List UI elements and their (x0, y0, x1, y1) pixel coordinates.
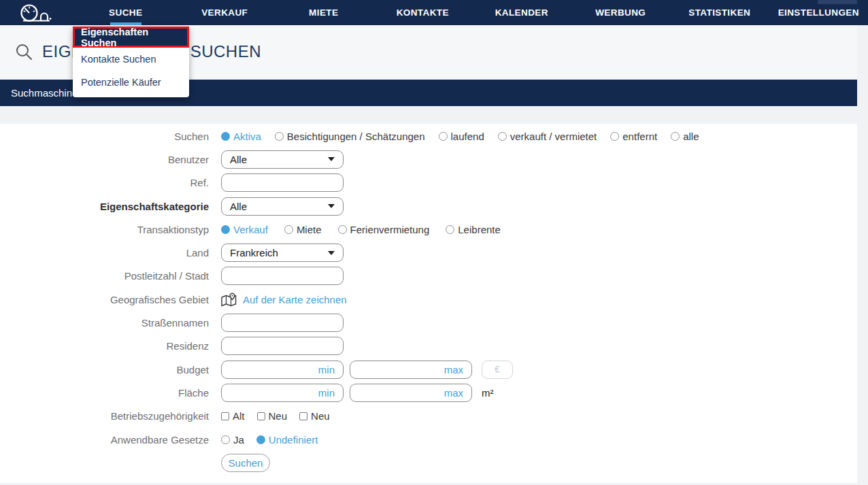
flaeche-max-input[interactable] (350, 384, 472, 402)
plz-label: Postleitzahl / Stadt (0, 270, 209, 282)
gesetze-label: Anwendbare Gesetze (0, 434, 209, 446)
radio-icon (221, 132, 230, 141)
nav-item-kalender[interactable]: KALENDER (472, 0, 571, 25)
menu-item-eigenschaften-suchen[interactable]: Eigenschaften Suchen (73, 27, 189, 48)
app-logo[interactable] (0, 3, 76, 23)
benutzer-select[interactable]: Alle (221, 150, 344, 169)
radio-icon (221, 435, 230, 444)
radio-label: alle (683, 131, 699, 142)
plz-input[interactable] (221, 267, 344, 285)
nav-item-suche[interactable]: SUCHE (76, 0, 176, 25)
checkbox-label: Alt (233, 410, 245, 422)
row-ref: Ref. (0, 171, 857, 195)
flaeche-label: Fläche (0, 387, 209, 399)
checkbox-label: Neu (269, 410, 288, 422)
row-plz: Postleitzahl / Stadt (0, 265, 857, 288)
betrieb-label: Betriebszugehörigkeit (0, 410, 209, 422)
radio-leibrente[interactable]: Leibrente (446, 224, 501, 235)
checkbox-label: Neu (311, 410, 330, 422)
radio-verkauf[interactable]: Verkauf (221, 224, 268, 235)
checkbox-icon (221, 412, 229, 420)
strasse-input[interactable] (221, 314, 344, 332)
checkbox-icon (299, 412, 307, 420)
radio-aktiva[interactable]: Aktiva (221, 131, 261, 142)
radio-icon (498, 132, 507, 141)
menu-item-kontakte-suchen[interactable]: Kontakte Suchen (73, 48, 189, 71)
nav-item-kontakte[interactable]: KONTAKTE (373, 0, 473, 25)
radio-label: Ferienvermietung (350, 224, 430, 235)
land-label: Land (0, 247, 209, 258)
row-strasse: Straßennamen (0, 311, 857, 334)
draw-on-map-link[interactable]: Auf der Karte zeichnen (221, 292, 347, 307)
radio-label: Ja (233, 434, 244, 446)
transaktionstyp-options: Verkauf Miete Ferienvermietung Leibrente (221, 224, 501, 235)
betrieb-options: Alt Neu Neu (221, 410, 330, 422)
land-select[interactable]: Frankreich (221, 244, 344, 262)
radio-laufend[interactable]: laufend (439, 131, 484, 142)
radio-icon (275, 132, 284, 141)
radio-label: laufend (451, 131, 484, 142)
chevron-down-icon (328, 251, 335, 255)
menu-item-potenzielle-kaeufer[interactable]: Potenzielle Käufer (73, 71, 189, 94)
row-betrieb: Betriebszugehörigkeit Alt Neu Neu (0, 405, 857, 428)
nav-menu: SUCHE VERKAUF MIETE KONTAKTE KALENDER WE… (76, 0, 868, 25)
radio-miete[interactable]: Miete (284, 224, 322, 235)
status-options: Aktiva Besichtigungen / Schätzungen lauf… (221, 131, 699, 142)
radio-icon (671, 132, 680, 141)
row-transaktionstyp: Transaktionstyp Verkauf Miete Ferienverm… (0, 218, 857, 241)
currency-euro-button[interactable]: € (482, 361, 513, 379)
status-label: Suchen (0, 131, 209, 142)
nav-item-verkauf[interactable]: VERKAUF (176, 0, 275, 25)
row-gesetze: Anwendbare Gesetze Ja Undefiniert (0, 428, 857, 451)
nav-item-werbung[interactable]: WERBUNG (571, 0, 671, 25)
map-pin-icon (221, 292, 237, 307)
budget-label: Budget (0, 364, 209, 375)
gauge-logo-icon (18, 3, 56, 23)
radio-undefiniert[interactable]: Undefiniert (256, 434, 318, 446)
budget-max-input[interactable] (350, 361, 472, 379)
kategorie-select-value: Alle (230, 201, 247, 212)
radio-besichtigungen[interactable]: Besichtigungen / Schätzungen (275, 131, 425, 142)
radio-verkauft-vermietet[interactable]: verkauft / vermietet (498, 131, 597, 142)
suche-dropdown-menu: Eigenschaften Suchen Kontakte Suchen Pot… (73, 27, 189, 97)
row-geo: Geografisches Gebiet Auf der Karte zeich… (0, 288, 857, 311)
radio-label: entfernt (622, 131, 657, 142)
radio-ja[interactable]: Ja (221, 434, 244, 446)
property-search-form: Suchen Aktiva Besichtigungen / Schätzung… (0, 124, 857, 474)
row-status: Suchen Aktiva Besichtigungen / Schätzung… (0, 124, 857, 148)
budget-min-input[interactable] (221, 361, 344, 379)
radio-label: verkauft / vermietet (510, 131, 597, 142)
checkbox-icon (257, 412, 265, 420)
nav-item-statistiken[interactable]: STATISTIKEN (670, 0, 769, 25)
radio-icon (221, 225, 230, 234)
row-budget: Budget € (0, 358, 857, 381)
radio-icon (338, 225, 347, 234)
checkbox-alt[interactable]: Alt (221, 410, 245, 422)
ref-input[interactable] (221, 173, 344, 192)
radio-ferienvermietung[interactable]: Ferienvermietung (338, 224, 430, 235)
row-flaeche: Fläche m² (0, 381, 857, 404)
radio-alle[interactable]: alle (671, 131, 699, 142)
geo-label: Geografisches Gebiet (0, 294, 209, 305)
flaeche-min-input[interactable] (221, 384, 344, 402)
radio-icon (439, 132, 448, 141)
strasse-label: Straßennamen (0, 317, 209, 329)
radio-icon (446, 225, 454, 234)
search-icon (15, 43, 33, 61)
radio-icon (256, 435, 265, 444)
land-select-value: Frankreich (230, 247, 278, 258)
checkbox-neu-1[interactable]: Neu (257, 410, 288, 422)
nav-item-miete[interactable]: MIETE (274, 0, 373, 25)
search-form-panel: Suchen Aktiva Besichtigungen / Schätzung… (0, 124, 857, 483)
radio-entfernt[interactable]: entfernt (610, 131, 657, 142)
checkbox-neu-2[interactable]: Neu (299, 410, 330, 422)
search-submit-button[interactable]: Suchen (221, 454, 270, 472)
residenz-input[interactable] (221, 337, 344, 355)
gesetze-options: Ja Undefiniert (221, 434, 318, 446)
kategorie-select[interactable]: Alle (221, 197, 344, 216)
transaktionstyp-label: Transaktionstyp (0, 224, 209, 235)
radio-label: Leibrente (458, 224, 501, 235)
row-residenz: Residenz (0, 335, 857, 358)
kategorie-label: Eigenschaftskategorie (0, 201, 209, 212)
chevron-down-icon (328, 204, 335, 208)
